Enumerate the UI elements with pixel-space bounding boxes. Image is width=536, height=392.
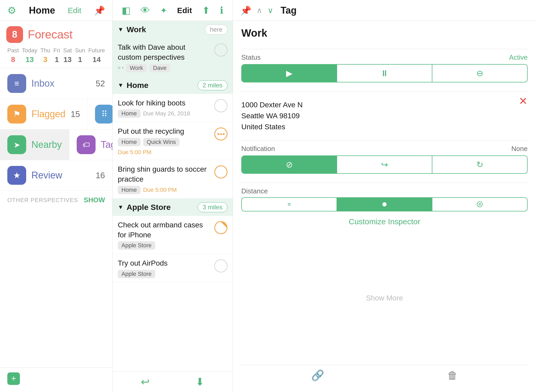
inspector-title: Work <box>241 27 528 39</box>
task-dave-perspectives[interactable]: Talk with Dave about custom perspectives… <box>113 38 233 77</box>
forecast-day-past[interactable]: Past 8 <box>7 47 19 64</box>
task-circle-shinguards[interactable] <box>214 165 227 178</box>
forecast-section[interactable]: 8 Forecast Past 8 Today 13 Thu 3 Fri <box>0 21 112 68</box>
other-perspectives-section: OTHER PERSPECTIVES SHOW <box>0 191 112 206</box>
inbox-label: Inbox <box>31 78 90 89</box>
task-armband[interactable]: Check out armband cases for iPhone Apple… <box>113 216 233 254</box>
notification-none-button[interactable]: ⊘ <box>242 156 337 173</box>
forecast-badge: 8 <box>6 26 23 43</box>
notification-label: Notification <box>241 145 275 153</box>
right-panel-title: Tag <box>281 5 297 16</box>
chevron-down-icon[interactable]: ∨ <box>267 6 273 15</box>
task-recycling[interactable]: Put out the recycling Home Quick Wins Du… <box>113 122 233 160</box>
right-panel-header: 📌 ∧ ∨ Tag <box>233 0 536 21</box>
sidebar-item-nearby[interactable]: ➤ Nearby <box>0 130 69 160</box>
task-circle-armband[interactable] <box>214 221 227 234</box>
task-tag-work[interactable]: Work <box>126 64 147 72</box>
info-icon[interactable]: ℹ <box>220 5 224 16</box>
group-work-name: Work <box>127 25 202 34</box>
task-circle-airpods[interactable] <box>214 259 227 272</box>
review-icon: ★ <box>7 166 26 185</box>
note-icon: ≡ • <box>118 65 124 71</box>
divider <box>241 140 528 141</box>
status-stop-button[interactable]: ⊖ <box>432 65 527 82</box>
sidebar-toggle-icon[interactable]: ◧ <box>122 5 131 16</box>
distance-small-button[interactable] <box>242 198 337 211</box>
group-home-name: Home <box>127 81 194 90</box>
task-circle-recycling[interactable] <box>214 127 227 141</box>
undo-icon[interactable]: ↩ <box>141 376 150 388</box>
link-icon[interactable]: 🔗 <box>311 369 324 382</box>
status-play-button[interactable]: ▶ <box>242 65 337 82</box>
group-work-header[interactable]: ▼ Work here <box>113 21 233 38</box>
group-applestore-header[interactable]: ▼ Apple Store 3 miles <box>113 199 233 216</box>
inbox-count: 52 <box>96 79 105 88</box>
collapse-work-icon[interactable]: ▼ <box>118 26 124 33</box>
task-circle-hiking[interactable] <box>214 99 227 112</box>
notification-arrive-button[interactable]: ↪ <box>337 156 432 173</box>
task-hiking-boots[interactable]: Look for hiking boots Home Due May 26, 2… <box>113 94 233 122</box>
task-airpods[interactable]: Try out AirPods Apple Store <box>113 254 233 283</box>
show-button[interactable]: SHOW <box>84 196 105 204</box>
add-item-icon[interactable]: + <box>7 372 20 387</box>
chevron-up-icon[interactable]: ∧ <box>256 6 262 15</box>
mid-edit-button[interactable]: Edit <box>177 6 192 15</box>
sidebar-item-review[interactable]: ★ Review 16 <box>0 160 112 191</box>
status-pause-button[interactable]: ⏸ <box>337 65 432 82</box>
sidebar-item-flagged[interactable]: ⚑ Flagged 15 <box>0 99 88 130</box>
forecast-day-fri[interactable]: Fri 1 <box>53 47 60 64</box>
forecast-day-thu[interactable]: Thu 3 <box>40 47 50 64</box>
collapse-home-icon[interactable]: ▼ <box>118 82 124 89</box>
status-label: Status <box>241 53 261 61</box>
forecast-day-future[interactable]: Future 14 <box>88 47 105 64</box>
forecast-day-sat[interactable]: Sat 13 <box>63 47 72 64</box>
group-home-badge: 2 miles <box>198 80 227 90</box>
collapse-applestore-icon[interactable]: ▼ <box>118 204 124 211</box>
task-tag-home[interactable]: Home <box>118 109 141 118</box>
task-tag-dave[interactable]: Dave <box>149 64 170 72</box>
group-home-header[interactable]: ▼ Home 2 miles <box>113 77 233 94</box>
address-line1: 1000 Dexter Ave N <box>241 99 303 110</box>
eye-icon[interactable]: 👁 <box>141 5 150 16</box>
projects-icon: ⠿ <box>95 105 114 124</box>
notification-value: None <box>511 145 528 153</box>
customize-inspector-link[interactable]: Customize Inspector <box>241 217 528 226</box>
edit-button[interactable]: Edit <box>68 6 81 15</box>
status-value: Active <box>509 53 528 61</box>
distance-large-button[interactable] <box>432 198 527 211</box>
sidebar-item-inbox[interactable]: ≡ Inbox 52 <box>0 68 112 99</box>
task-content: Try out AirPods Apple Store <box>118 258 211 278</box>
address-line2: Seattle WA 98109 <box>241 110 303 121</box>
distance-medium-button[interactable] <box>337 198 432 211</box>
upload-icon[interactable]: ⬆ <box>202 5 210 16</box>
forecast-day-today[interactable]: Today 13 <box>22 47 37 64</box>
right-pin-icon[interactable]: 📌 <box>240 5 251 16</box>
clean-icon[interactable]: ✦ <box>160 5 167 15</box>
address-section: 1000 Dexter Ave N Seattle WA 98109 Unite… <box>241 96 528 136</box>
mid-panel-header: ◧ 👁 ✦ Edit ⬆ ℹ <box>113 0 233 21</box>
task-shinguards[interactable]: Bring shin guards to soccer practice Hom… <box>113 160 233 199</box>
task-meta: Home Due May 26, 2018 <box>118 109 211 118</box>
task-tag-quickwins[interactable]: Quick Wins <box>143 138 180 146</box>
forecast-label: Forecast <box>28 28 72 41</box>
show-more-label[interactable]: Show More <box>241 289 528 302</box>
forecast-day-sun[interactable]: Sun 1 <box>75 47 85 64</box>
task-tag-applestore[interactable]: Apple Store <box>118 270 155 278</box>
group-applestore-name: Apple Store <box>127 203 194 212</box>
notification-leave-button[interactable]: ↻ <box>432 156 527 173</box>
gear-icon[interactable]: ⚙ <box>7 5 16 16</box>
notification-row: Notification None <box>241 145 528 153</box>
task-tag-home[interactable]: Home <box>118 186 141 194</box>
task-tag-home[interactable]: Home <box>118 138 141 146</box>
group-applestore-badge: 3 miles <box>198 202 227 212</box>
distance-seg-group <box>241 197 528 211</box>
task-circle-dave[interactable] <box>214 43 227 57</box>
task-meta: Apple Store <box>118 241 211 250</box>
pin-icon[interactable]: 📌 <box>94 5 105 16</box>
flagged-label: Flagged <box>31 109 65 120</box>
remove-address-button[interactable]: ✕ <box>519 96 528 106</box>
left-panel-header: ⚙ Home Edit 📌 <box>0 0 113 21</box>
trash-icon[interactable]: 🗑 <box>447 369 458 381</box>
task-tag-applestore[interactable]: Apple Store <box>118 241 155 250</box>
save-icon[interactable]: ⬇ <box>196 376 204 388</box>
